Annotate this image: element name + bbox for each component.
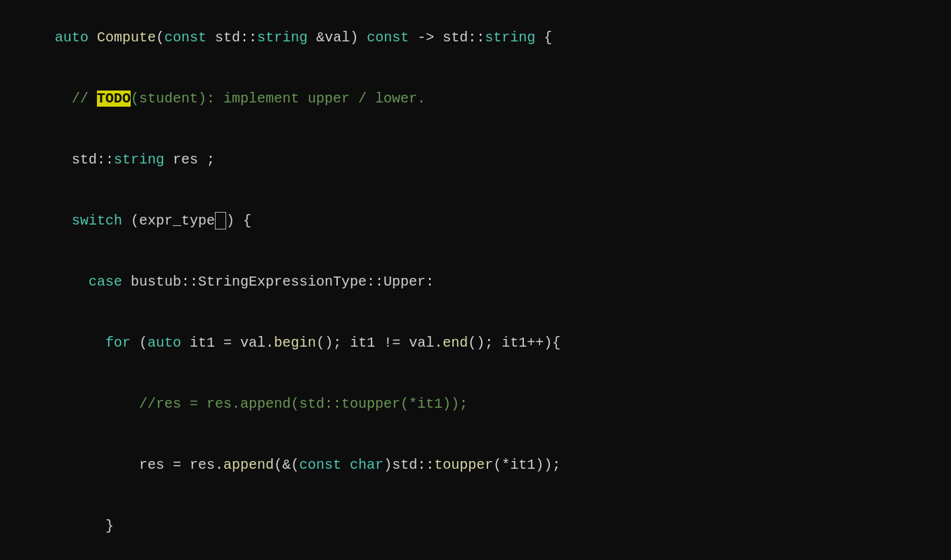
fn-compute: Compute xyxy=(97,29,156,46)
code-line-6: for (auto it1 = val.begin(); it1 != val.… xyxy=(21,312,937,373)
code-line-10: break; xyxy=(21,556,937,560)
text-cursor xyxy=(215,212,226,229)
code-line-8: res = res.append(&(const char)std::toupp… xyxy=(21,434,937,495)
code-line-3: std::string res ; xyxy=(21,129,937,190)
code-line-5: case bustub::StringExpressionType::Upper… xyxy=(21,251,937,312)
code-editor: auto Compute(const std::string &val) con… xyxy=(0,0,951,560)
todo-keyword: TODO xyxy=(97,91,131,107)
code-line-2: // TODO(student): implement upper / lowe… xyxy=(21,68,937,129)
keyword-auto: auto xyxy=(55,29,97,46)
code-line-7: //res = res.append(std::toupper(*it1)); xyxy=(21,373,937,434)
code-line-4: switch (expr_type ) { xyxy=(21,190,937,251)
code-line-1: auto Compute(const std::string &val) con… xyxy=(21,7,937,68)
code-line-9: } xyxy=(21,495,937,556)
